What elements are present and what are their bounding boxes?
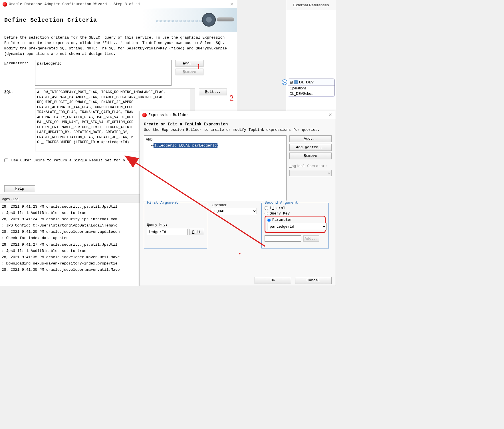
log-body[interactable]: 28, 2021 9:41:23 PM oracle.security.jps.… — [0, 203, 141, 274]
expr-editor-row: AND ⋯1.ledgerId EQUAL parLedgerId Add...… — [140, 134, 336, 203]
gear-graphic — [200, 11, 234, 29]
tree-root-and[interactable]: AND — [146, 137, 285, 142]
radio-parameter-row[interactable]: Parameter — [267, 218, 323, 222]
operator-select[interactable]: EQUAL — [212, 208, 257, 214]
close-icon[interactable]: ✕ — [229, 1, 235, 7]
log-panel: ages - Log 28, 2021 9:41:23 PM oracle.se… — [0, 196, 141, 286]
operator-label: Operator: — [212, 203, 257, 207]
argument-row: First Argument Query Key: Edit Operator:… — [140, 203, 336, 251]
radio-querykey[interactable] — [265, 212, 268, 215]
expr-titlebar: Expression Builder ✕ — [140, 111, 336, 119]
parameter-highlight-box: Parameter parLedgerId — [265, 216, 326, 233]
wizard-title: Oracle Database Adapter Configuration Wi… — [9, 2, 229, 6]
oracle-icon — [3, 2, 7, 7]
first-argument-fieldset: First Argument Query Key: Edit — [144, 203, 207, 248]
sql-label: SQL: — [4, 89, 35, 94]
outer-join-checkbox[interactable] — [4, 159, 8, 162]
parameter-select[interactable]: parLedgerId — [267, 223, 326, 230]
query-key-label: Query Key: — [147, 223, 204, 227]
radio-querykey-label: Query Key — [270, 211, 290, 216]
logical-operator-select — [289, 170, 332, 176]
second-arg-blank-input[interactable] — [265, 235, 301, 242]
first-argument-legend: First Argument — [146, 201, 179, 205]
expr-title-text: Expression Builder — [148, 113, 327, 117]
reference-node-dl-dev[interactable]: ⊟ DL_DEV Operations: DL_DEVSelect — [288, 79, 335, 97]
expr-add-button[interactable]: Add... — [289, 135, 332, 142]
radio-parameter[interactable] — [267, 218, 271, 222]
oracle-icon — [142, 113, 147, 117]
wizard-header: Define Selection Criteria 01010101010101… — [0, 8, 237, 32]
expr-remove-button[interactable]: Remove — [289, 153, 332, 159]
radio-parameter-label: Parameter — [272, 218, 292, 222]
reference-operation-item[interactable]: DL_DEVSelect — [288, 91, 334, 97]
help-button[interactable]: Help — [4, 185, 35, 192]
expr-buttons-column: Add... Add Nested... Remove Logical Oper… — [289, 135, 332, 201]
wand-icon — [217, 17, 234, 21]
radio-literal-label: Literal — [270, 206, 285, 210]
reference-input-port-icon: ➤ — [282, 79, 287, 85]
wizard-heading: Define Selection Criteria — [4, 17, 97, 23]
external-references-title: External References — [286, 0, 336, 10]
first-arg-edit-button[interactable]: Edit — [189, 229, 204, 235]
wizard-titlebar: Oracle Database Adapter Configuration Wi… — [0, 0, 237, 8]
edit-sql-button[interactable]: Edit... — [199, 89, 227, 95]
wizard-description: Define the selection criteria for the SE… — [4, 35, 233, 57]
radio-literal[interactable] — [265, 206, 268, 210]
db-reference-icon — [294, 80, 298, 84]
expression-tree[interactable]: AND ⋯1.ledgerId EQUAL parLedgerId — [144, 135, 287, 201]
parameters-list[interactable]: parLedgerId — [35, 60, 172, 86]
reference-node-name: DL_DEV — [299, 80, 314, 84]
close-icon[interactable]: ✕ — [327, 112, 333, 118]
expression-builder-dialog: Expression Builder ✕ Create or Edit a To… — [140, 111, 336, 286]
second-argument-fieldset: Second Argument Literal Query Key Parame… — [261, 203, 329, 248]
tree-child-expression[interactable]: ⋯1.ledgerId EQUAL parLedgerId — [151, 143, 285, 148]
minus-icon[interactable]: ⊟ — [290, 80, 293, 84]
log-title: ages - Log — [0, 196, 141, 203]
ok-button[interactable]: OK — [255, 277, 291, 284]
second-argument-legend: Second Argument — [263, 201, 299, 205]
reference-node-header: ⊟ DL_DEV — [288, 79, 334, 86]
expr-add-nested-button[interactable]: Add Nested... — [289, 144, 332, 151]
parameter-item[interactable]: parLedgerId — [37, 61, 62, 66]
parameters-label: Parameters: — [4, 60, 35, 65]
operator-group: Operator: EQUAL — [210, 203, 259, 220]
expr-subheading: Use the Expression Builder to create or … — [144, 128, 332, 132]
reference-operations-label: Operations: — [288, 86, 334, 91]
tree-selected-expression[interactable]: 1.ledgerId EQUAL parLedgerId — [153, 143, 218, 148]
second-arg-add-button: Add... — [303, 235, 319, 242]
outer-join-label: Use Outer Joins to return a Single Resul… — [11, 158, 125, 163]
query-key-input[interactable] — [147, 229, 188, 235]
cancel-button[interactable]: Cancel — [295, 277, 332, 284]
gear-icon — [202, 13, 216, 27]
sql-buttons: Edit... — [199, 89, 227, 95]
radio-literal-row[interactable]: Literal — [265, 206, 326, 210]
radio-querykey-row[interactable]: Query Key — [265, 211, 326, 216]
logical-operator-label: Logical Operator: — [289, 164, 332, 168]
expr-heading: Create or Edit a TopLink Expression — [144, 122, 332, 127]
annotation-marker-2: 2 — [230, 93, 234, 103]
expr-footer: OK Cancel — [255, 277, 332, 284]
expr-header: Create or Edit a TopLink Expression Use … — [140, 119, 336, 134]
annotation-marker-1: 1 — [197, 62, 201, 71]
